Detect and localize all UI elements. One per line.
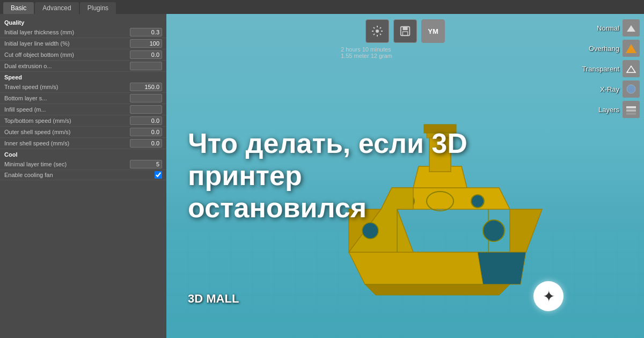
tab-bar: Basic Advanced Plugins — [0, 0, 644, 14]
setting-input-infill-speed[interactable] — [130, 105, 162, 114]
normal-view-icon — [623, 19, 640, 36]
view-label-layers: Layers — [598, 106, 619, 114]
svg-marker-16 — [478, 252, 526, 284]
setting-label-cooling-fan: Enable cooling fan — [4, 172, 155, 178]
setting-row: Minimal layer time (sec) — [0, 159, 166, 170]
view-label-normal: Normal — [597, 24, 619, 32]
view-label-transparent: Transparent — [582, 65, 619, 73]
setting-row: Top/bottom speed (mm/s) — [0, 115, 166, 127]
setting-label: Travel speed (mm/s) — [4, 84, 130, 90]
setting-row: Initial layer thickness (mm) — [0, 27, 166, 38]
print-info: 2 hours 10 minutes 1.55 meter 12 gram — [341, 46, 392, 59]
view-option-normal[interactable]: Normal — [597, 19, 640, 36]
brand-watermark: 3D MALL — [188, 292, 239, 306]
view-option-transparent[interactable]: Transparent — [582, 60, 640, 77]
setting-input-topbottom-speed[interactable] — [130, 116, 162, 125]
main-area: Quality Initial layer thickness (mm) Ini… — [0, 14, 644, 338]
svg-marker-4 — [510, 209, 542, 252]
view-option-overhang[interactable]: Overhang — [589, 40, 640, 57]
svg-point-21 — [376, 30, 379, 33]
view-options-panel: Normal Overhang Transpar — [574, 14, 644, 338]
setting-input-minimal-layer-time[interactable] — [130, 160, 162, 168]
setting-input-bottom-layer-speed[interactable] — [130, 94, 162, 102]
setting-label: Minimal layer time (sec) — [4, 161, 130, 167]
svg-rect-36 — [626, 113, 636, 115]
svg-rect-29 — [624, 62, 638, 76]
settings-button[interactable] — [365, 19, 389, 43]
print-time: 2 hours 10 minutes — [341, 46, 392, 53]
setting-row: Initial layer line width (%) — [0, 38, 166, 49]
svg-point-12 — [471, 195, 484, 208]
view-label-xray: X-Ray — [600, 85, 619, 93]
view-label-overhang: Overhang — [589, 45, 619, 53]
svg-rect-23 — [402, 27, 407, 30]
viewer-container: YM 2 hours 10 minutes 1.55 meter 12 gram… — [166, 14, 644, 338]
setting-input-travel-speed[interactable] — [130, 83, 162, 91]
setting-label: Initial layer line width (%) — [4, 40, 130, 47]
setting-input-dual-extrusion[interactable] — [130, 62, 162, 70]
star-button[interactable]: ✦ — [533, 281, 564, 311]
overhang-view-icon — [623, 40, 640, 57]
tab-basic[interactable]: Basic — [3, 2, 34, 14]
svg-marker-14 — [365, 284, 510, 295]
setting-row: Cut off object bottom (mm) — [0, 49, 166, 61]
setting-row: Infill speed (m... — [0, 104, 166, 115]
setting-row-cooling-fan: Enable cooling fan — [0, 170, 166, 180]
xray-view-icon — [623, 80, 640, 98]
settings-panel: Quality Initial layer thickness (mm) Ini… — [0, 14, 166, 338]
svg-rect-24 — [402, 32, 407, 35]
layers-view-icon — [623, 101, 640, 118]
setting-input-outer-shell-speed[interactable] — [130, 128, 162, 136]
setting-input-cut-off-object[interactable] — [130, 50, 162, 59]
star-icon-symbol: ✦ — [543, 288, 555, 305]
svg-point-20 — [362, 223, 378, 239]
setting-row: Outer shell speed (mm/s) — [0, 127, 166, 138]
svg-rect-34 — [626, 106, 636, 108]
svg-rect-8 — [429, 134, 451, 172]
svg-point-19 — [483, 220, 504, 241]
setting-label: Inner shell speed (mm/s) — [4, 140, 130, 146]
setting-row: Travel speed (mm/s) — [0, 82, 166, 93]
setting-input-inner-shell-speed[interactable] — [130, 139, 162, 148]
quality-section-header: Quality — [0, 17, 166, 27]
speed-section-header: Speed — [0, 72, 166, 82]
view-option-layers[interactable]: Layers — [598, 101, 640, 118]
svg-rect-35 — [626, 109, 636, 112]
setting-label: Dual extrusion o... — [4, 63, 130, 69]
setting-label: Outer shell speed (mm/s) — [4, 129, 130, 135]
setting-row: Inner shell speed (mm/s) — [0, 138, 166, 149]
setting-row: Bottom layer s... — [0, 93, 166, 104]
setting-label: Top/bottom speed (mm/s) — [4, 117, 130, 124]
ym-button[interactable]: YM — [421, 19, 445, 43]
transparent-view-icon — [623, 60, 640, 77]
tab-advanced[interactable]: Advanced — [35, 2, 78, 14]
tab-plugins[interactable]: Plugins — [80, 2, 116, 14]
save-button[interactable] — [393, 19, 417, 43]
setting-label: Cut off object bottom (mm) — [4, 52, 130, 58]
cooling-fan-checkbox[interactable] — [155, 171, 162, 179]
cool-section-header: Cool — [0, 149, 166, 159]
setting-label: Bottom layer s... — [4, 95, 130, 101]
setting-input-initial-layer-thickness[interactable] — [130, 28, 162, 36]
setting-label: Initial layer thickness (mm) — [4, 29, 130, 35]
view-option-xray[interactable]: X-Ray — [600, 80, 640, 98]
viewer-toolbar: YM — [365, 19, 445, 43]
setting-label: Infill speed (m... — [4, 106, 130, 113]
setting-input-initial-layer-line-width[interactable] — [130, 39, 162, 48]
3d-boat-model — [317, 102, 558, 306]
svg-rect-10 — [424, 124, 456, 133]
svg-point-32 — [627, 85, 635, 93]
print-material: 1.55 meter 12 gram — [341, 53, 392, 59]
setting-row: Dual extrusion o... — [0, 61, 166, 72]
